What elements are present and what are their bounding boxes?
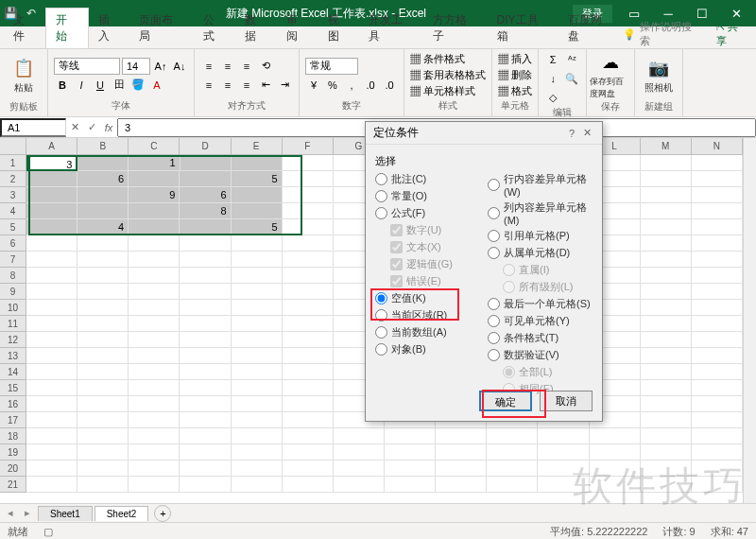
vertical-scrollbar[interactable] — [743, 138, 756, 503]
dec-dec-icon[interactable]: .0 — [381, 77, 398, 94]
cell[interactable] — [283, 203, 334, 219]
cell[interactable] — [232, 203, 283, 219]
cell[interactable] — [232, 348, 283, 364]
decrease-font-icon[interactable]: A↓ — [171, 58, 188, 75]
cell[interactable] — [232, 155, 283, 171]
dialog-option[interactable]: 从属单元格(D) — [488, 246, 593, 260]
dialog-option[interactable]: 条件格式(T) — [488, 331, 593, 345]
sort-icon[interactable]: ᴬᶻ — [563, 51, 580, 68]
cell[interactable] — [232, 412, 283, 428]
share-button[interactable]: ⇱ 共享 — [709, 20, 756, 48]
increase-font-icon[interactable]: A↑ — [152, 58, 169, 75]
cell[interactable] — [232, 300, 283, 316]
cell[interactable] — [641, 252, 692, 268]
cell[interactable] — [129, 171, 180, 187]
add-sheet-button[interactable]: + — [154, 505, 171, 522]
cell[interactable] — [232, 428, 283, 444]
col-header[interactable]: N — [692, 138, 743, 154]
cell[interactable] — [283, 461, 334, 477]
cell-style-button[interactable]: ▦ 单元格样式 — [410, 84, 486, 98]
ribbon-tab[interactable]: 方方格子 — [423, 9, 488, 48]
cell[interactable] — [641, 428, 692, 444]
cell[interactable] — [232, 380, 283, 396]
cell[interactable] — [692, 268, 743, 284]
cell[interactable] — [26, 219, 77, 235]
baidu-save-button[interactable]: ☁ 保存到百度网盘 — [593, 51, 628, 100]
cell[interactable] — [232, 268, 283, 284]
row-header[interactable]: 3 — [0, 187, 26, 203]
cell[interactable] — [26, 348, 77, 364]
cell[interactable] — [641, 412, 692, 428]
format-cells-button[interactable]: ▦ 格式 — [498, 84, 532, 98]
cell[interactable] — [77, 268, 129, 284]
cell[interactable] — [26, 396, 77, 412]
cell[interactable] — [180, 348, 231, 364]
cell[interactable] — [692, 444, 743, 461]
cell[interactable] — [26, 461, 77, 477]
ribbon-tab[interactable]: 视图 — [318, 9, 360, 48]
row-header[interactable]: 12 — [0, 332, 26, 348]
border-icon[interactable]: 田 — [111, 77, 128, 94]
indent-inc-icon[interactable]: ⇥ — [276, 77, 293, 94]
cell[interactable]: 9 — [129, 187, 180, 203]
row-header[interactable]: 18 — [0, 428, 26, 444]
cell[interactable]: 4 — [77, 219, 129, 235]
cell[interactable] — [26, 252, 77, 268]
select-all-corner[interactable] — [0, 138, 26, 154]
cell[interactable] — [283, 235, 334, 252]
currency-icon[interactable]: ¥ — [305, 77, 322, 94]
redo-icon[interactable]: ↷ — [45, 7, 59, 20]
cell[interactable] — [232, 332, 283, 348]
cell[interactable] — [180, 477, 231, 493]
dialog-option[interactable]: 当前数组(A) — [375, 325, 480, 339]
cell[interactable] — [180, 332, 231, 348]
cell[interactable] — [283, 219, 334, 235]
cell[interactable] — [487, 428, 538, 444]
insert-cells-button[interactable]: ▦ 插入 — [498, 52, 532, 66]
cell[interactable] — [641, 364, 692, 380]
row-header[interactable]: 4 — [0, 203, 26, 219]
dialog-option[interactable]: 行内容差异单元格(W) — [488, 172, 593, 198]
cell[interactable] — [590, 444, 641, 461]
ribbon-tab[interactable]: 插入 — [89, 9, 130, 48]
fill-icon[interactable]: ↓ — [544, 70, 561, 87]
cell[interactable] — [487, 477, 538, 493]
row-header[interactable]: 16 — [0, 396, 26, 412]
cell[interactable] — [77, 203, 129, 219]
row-header[interactable]: 19 — [0, 444, 26, 461]
ribbon-tab[interactable]: 开发工具 — [359, 9, 423, 48]
confirm-formula-icon[interactable]: ✓ — [83, 121, 100, 133]
cell[interactable] — [232, 284, 283, 300]
dialog-help-icon[interactable]: ? — [564, 128, 579, 139]
cell[interactable] — [334, 444, 385, 461]
cell[interactable] — [283, 477, 334, 493]
indent-dec-icon[interactable]: ⇤ — [257, 77, 274, 94]
row-header[interactable]: 5 — [0, 219, 26, 235]
name-box[interactable] — [0, 118, 66, 137]
cell[interactable] — [692, 155, 743, 171]
cell[interactable] — [26, 203, 77, 219]
align-mid-icon[interactable]: ≡ — [219, 58, 236, 75]
font-name-combo[interactable]: 等线 — [54, 58, 120, 75]
cell[interactable] — [26, 380, 77, 396]
cell[interactable] — [26, 477, 77, 493]
cell[interactable] — [129, 316, 180, 332]
save-icon[interactable]: 💾 — [4, 7, 17, 20]
align-center-icon[interactable]: ≡ — [219, 77, 236, 94]
cell[interactable] — [180, 461, 231, 477]
row-header[interactable]: 7 — [0, 252, 26, 268]
row-header[interactable]: 20 — [0, 461, 26, 477]
cell[interactable] — [641, 396, 692, 412]
cell[interactable] — [77, 300, 129, 316]
autosum-icon[interactable]: Σ — [544, 51, 561, 68]
cell[interactable] — [334, 477, 385, 493]
cell[interactable] — [334, 428, 385, 444]
cell[interactable] — [77, 461, 129, 477]
underline-icon[interactable]: U — [92, 77, 109, 94]
row-header[interactable]: 11 — [0, 316, 26, 332]
cell[interactable] — [180, 300, 231, 316]
col-header[interactable]: A — [26, 138, 77, 154]
cell[interactable] — [180, 171, 231, 187]
cell[interactable] — [283, 268, 334, 284]
dialog-close-icon[interactable]: ✕ — [579, 127, 594, 139]
